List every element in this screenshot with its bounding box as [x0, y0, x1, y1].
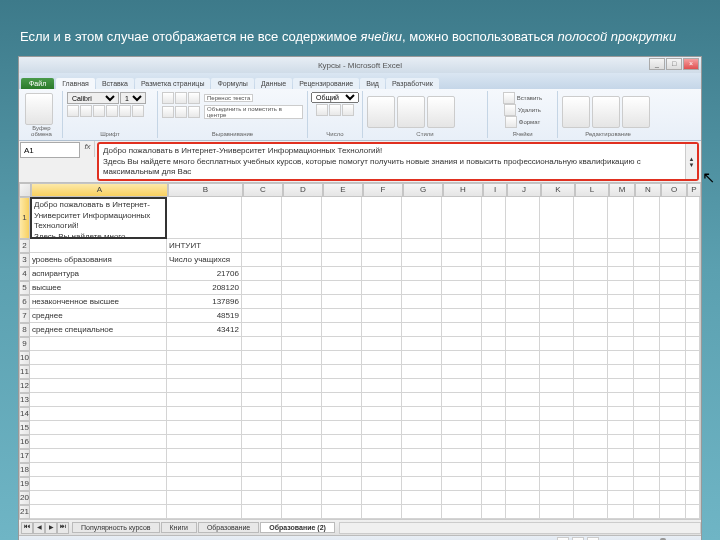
cell[interactable]	[167, 463, 242, 477]
cell[interactable]	[402, 435, 442, 449]
cell[interactable]	[282, 505, 322, 519]
cell[interactable]	[402, 295, 442, 309]
cell[interactable]	[167, 197, 242, 239]
cell[interactable]	[574, 253, 608, 267]
cell[interactable]	[482, 239, 506, 253]
cell[interactable]	[242, 309, 282, 323]
cell[interactable]	[634, 281, 660, 295]
delete-cell-icon[interactable]	[504, 104, 516, 116]
formula-bar[interactable]: Добро пожаловать в Интернет-Университет …	[99, 144, 685, 179]
cell[interactable]	[506, 449, 540, 463]
font-color-button[interactable]	[132, 105, 144, 117]
row-header[interactable]: 18	[19, 463, 30, 477]
row-header[interactable]: 12	[19, 379, 30, 393]
name-box[interactable]	[20, 142, 80, 158]
cell[interactable]	[442, 323, 482, 337]
cell[interactable]	[322, 379, 362, 393]
cell[interactable]	[634, 267, 660, 281]
row-header[interactable]: 6	[19, 295, 30, 309]
cell[interactable]	[506, 239, 540, 253]
sheet-tab-active[interactable]: Образование (2)	[260, 522, 335, 533]
cell[interactable]	[660, 281, 686, 295]
cell[interactable]	[167, 435, 242, 449]
row-header[interactable]: 19	[19, 477, 30, 491]
cell[interactable]	[282, 197, 322, 239]
cell[interactable]	[167, 477, 242, 491]
cell[interactable]	[574, 323, 608, 337]
cell[interactable]	[634, 253, 660, 267]
row-header[interactable]: 2	[19, 239, 30, 253]
row-header[interactable]: 20	[19, 491, 30, 505]
sort-icon[interactable]	[592, 96, 620, 128]
cell[interactable]	[540, 505, 574, 519]
cell[interactable]	[634, 421, 660, 435]
cell[interactable]	[540, 323, 574, 337]
cell[interactable]	[30, 379, 167, 393]
cell[interactable]	[362, 281, 402, 295]
row-header[interactable]: 1	[19, 197, 30, 239]
row-header[interactable]: 11	[19, 365, 30, 379]
cell[interactable]	[482, 323, 506, 337]
cell[interactable]	[482, 449, 506, 463]
cell[interactable]	[242, 407, 282, 421]
comma-button[interactable]	[342, 104, 354, 116]
cell[interactable]	[540, 267, 574, 281]
cell[interactable]	[634, 491, 660, 505]
cell[interactable]	[574, 267, 608, 281]
cell[interactable]	[402, 281, 442, 295]
cell[interactable]	[660, 491, 686, 505]
cell[interactable]	[242, 281, 282, 295]
cell[interactable]	[167, 379, 242, 393]
cell[interactable]	[574, 477, 608, 491]
cell[interactable]	[362, 379, 402, 393]
cell[interactable]	[634, 197, 660, 239]
align-bot-button[interactable]	[188, 92, 200, 104]
cell[interactable]	[686, 505, 700, 519]
cell[interactable]	[442, 267, 482, 281]
cell[interactable]	[608, 365, 634, 379]
cell[interactable]	[362, 239, 402, 253]
cell[interactable]	[506, 295, 540, 309]
cell[interactable]	[322, 309, 362, 323]
cell[interactable]	[574, 393, 608, 407]
column-header[interactable]: M	[609, 183, 635, 197]
cell[interactable]	[167, 365, 242, 379]
cell[interactable]	[322, 491, 362, 505]
cell[interactable]	[574, 379, 608, 393]
cell[interactable]	[608, 491, 634, 505]
cell[interactable]	[686, 491, 700, 505]
cell[interactable]	[686, 393, 700, 407]
cell[interactable]	[442, 239, 482, 253]
cell[interactable]	[442, 253, 482, 267]
cell[interactable]	[506, 463, 540, 477]
sheet-nav-last[interactable]: ⏭	[57, 522, 69, 534]
cell[interactable]	[540, 407, 574, 421]
cell[interactable]	[282, 393, 322, 407]
cell[interactable]	[686, 267, 700, 281]
row-header[interactable]: 16	[19, 435, 30, 449]
cond-format-icon[interactable]	[367, 96, 395, 128]
cell[interactable]	[686, 365, 700, 379]
grid[interactable]: Добро пожаловать в Интернет-Университет …	[30, 197, 700, 519]
cell[interactable]	[574, 197, 608, 239]
cell[interactable]: уровень образования	[30, 253, 167, 267]
cell[interactable]	[540, 239, 574, 253]
cell[interactable]	[362, 323, 402, 337]
cell[interactable]	[282, 379, 322, 393]
cell[interactable]	[442, 337, 482, 351]
wrap-button[interactable]: Перенос текста	[204, 94, 253, 102]
cell[interactable]	[540, 491, 574, 505]
cell[interactable]	[282, 281, 322, 295]
cell[interactable]	[574, 281, 608, 295]
cell[interactable]	[242, 295, 282, 309]
cell[interactable]	[506, 309, 540, 323]
column-header[interactable]: O	[661, 183, 687, 197]
cell[interactable]	[482, 463, 506, 477]
cell[interactable]	[482, 309, 506, 323]
font-size-select[interactable]: 11	[120, 92, 146, 104]
cell[interactable]	[686, 337, 700, 351]
cell[interactable]	[482, 197, 506, 239]
cell[interactable]	[660, 365, 686, 379]
cell[interactable]	[402, 365, 442, 379]
italic-button[interactable]	[80, 105, 92, 117]
